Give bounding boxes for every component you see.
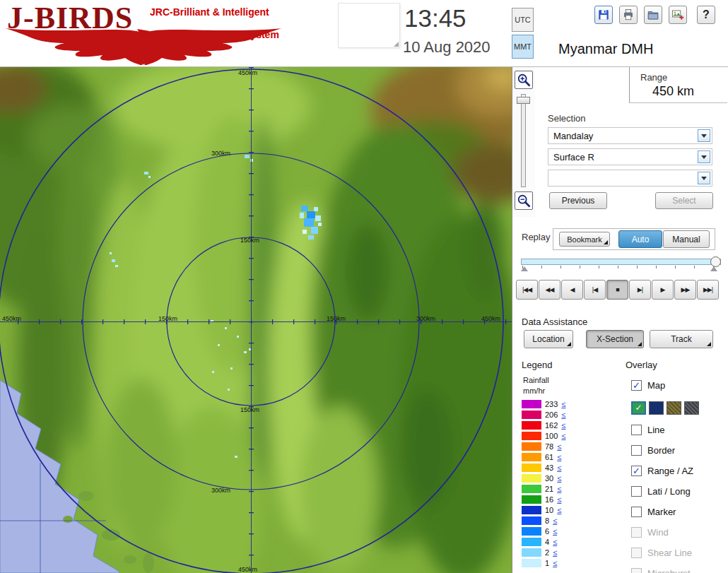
legend-color-swatch	[522, 474, 541, 483]
step-back-button[interactable]: |◀	[584, 280, 606, 300]
help-button[interactable]: ?	[697, 6, 715, 24]
export-image-button[interactable]	[669, 6, 687, 24]
manual-mode-button[interactable]: Manual	[663, 230, 710, 248]
legend-threshold-link[interactable]: ≤	[561, 432, 565, 440]
legend-value: 21	[545, 485, 553, 493]
legend-value: 78	[545, 442, 553, 451]
legend-threshold-link[interactable]: ≤	[553, 548, 557, 557]
legend-row: 2≤	[522, 547, 565, 557]
legend-heading: Legend	[522, 360, 552, 370]
location-button[interactable]: Location	[524, 330, 573, 348]
open-file-button[interactable]	[644, 6, 662, 24]
extra-dropdown[interactable]	[548, 170, 712, 187]
previous-button[interactable]: Previous	[549, 192, 607, 209]
legend-threshold-link[interactable]: ≤	[553, 527, 557, 536]
overlay-item-map: ✓ Map	[631, 375, 726, 396]
fast-rewind-button[interactable]: ◀◀	[539, 280, 560, 300]
timeline-track[interactable]	[521, 259, 721, 265]
legend-threshold-link[interactable]: ≤	[557, 485, 561, 493]
track-button-label: Track	[671, 334, 692, 344]
play-reverse-button[interactable]: ◀	[561, 280, 583, 300]
skip-to-start-button[interactable]: |◀◀	[516, 280, 538, 300]
legend-row: 162≤	[522, 420, 565, 430]
range-az-checkbox[interactable]: ✓	[631, 466, 642, 476]
map-color-swatch-navy[interactable]	[649, 401, 664, 415]
legend-row: 6≤	[522, 526, 565, 536]
overlay-item-label: Map	[647, 380, 665, 391]
marker-checkbox[interactable]	[631, 507, 642, 517]
save-button[interactable]	[594, 6, 613, 24]
print-button[interactable]	[619, 6, 638, 24]
legend-value: 162	[545, 421, 558, 430]
legend-threshold-link[interactable]: ≤	[561, 421, 565, 430]
legend-threshold-link[interactable]: ≤	[557, 495, 561, 504]
tagline-line1: JRC-Brilliant & Intelligent	[150, 6, 269, 18]
xsection-button-label: X-Section	[597, 334, 633, 344]
header-toolbar: ?	[594, 6, 715, 24]
bookmark-button[interactable]: Bookmark	[559, 232, 610, 247]
auto-mode-button[interactable]: Auto	[618, 230, 662, 248]
zoom-slider-track[interactable]	[521, 94, 526, 187]
line-checkbox[interactable]	[631, 425, 642, 435]
legend-threshold-link[interactable]: ≤	[553, 538, 557, 546]
xsection-button[interactable]: X-Section	[586, 330, 644, 348]
map-color-swatch-olive[interactable]	[667, 401, 681, 415]
border-checkbox[interactable]	[631, 445, 642, 456]
legend-color-swatch	[522, 527, 541, 536]
select-button[interactable]: Select	[655, 192, 713, 209]
mmt-toggle-button[interactable]: MMT	[512, 35, 534, 59]
legend-value: 10	[545, 506, 553, 514]
overlay-item-label: Border	[647, 445, 675, 456]
site-dropdown[interactable]: Mandalay	[548, 127, 712, 144]
utc-toggle-button[interactable]: UTC	[512, 8, 534, 32]
legend-color-swatch	[522, 442, 541, 451]
dropdown-arrow-button[interactable]	[698, 129, 710, 142]
legend-threshold-link[interactable]: ≤	[561, 410, 565, 419]
lati-long-checkbox[interactable]	[631, 486, 642, 497]
legend-threshold-link[interactable]: ≤	[557, 474, 561, 483]
radar-map-view[interactable]: 450km 300km 150km 150km 300km 450km 450k…	[0, 67, 512, 573]
legend-threshold-link[interactable]: ≤	[553, 559, 557, 567]
legend-unit-line2: mm/hr	[523, 386, 565, 396]
data-assistance-label: Data Assistance	[522, 317, 587, 327]
clock-time: 13:45	[404, 4, 466, 33]
replay-timeline-slider[interactable]	[521, 256, 721, 271]
track-button[interactable]: Track	[650, 330, 713, 348]
zoom-out-button[interactable]	[515, 191, 533, 210]
legend-threshold-link[interactable]: ≤	[561, 400, 565, 408]
overlay-item-label: Range / AZ	[647, 466, 693, 476]
legend-threshold-link[interactable]: ≤	[557, 442, 561, 451]
play-button[interactable]: ▶	[652, 280, 674, 300]
map-color-swatch-gray[interactable]	[684, 401, 699, 415]
fast-forward-button[interactable]: ▶▶	[674, 280, 696, 300]
legend-threshold-link[interactable]: ≤	[557, 506, 561, 514]
map-checkbox[interactable]: ✓	[631, 380, 642, 391]
step-forward-button[interactable]: ▶|	[629, 280, 651, 300]
legend-row: 233≤	[522, 398, 565, 409]
legend-row: 61≤	[522, 451, 565, 462]
selection-label: Selection	[548, 113, 585, 124]
zoom-slider-thumb[interactable]	[517, 97, 530, 104]
replay-label: Replay	[522, 232, 550, 242]
product-dropdown[interactable]: Surface R	[548, 148, 712, 165]
legend-row: 4≤	[522, 536, 565, 547]
legend-color-swatch	[522, 495, 541, 504]
stop-button[interactable]: ■	[606, 280, 628, 300]
legend-threshold-link[interactable]: ≤	[553, 516, 557, 525]
zoom-in-button[interactable]	[515, 71, 533, 89]
dropdown-arrow-button[interactable]	[698, 150, 710, 163]
shear-line-checkbox	[631, 548, 642, 558]
skip-to-end-button[interactable]: ▶▶|	[697, 280, 719, 300]
map-color-swatch-green[interactable]: ✓	[631, 401, 646, 415]
save-icon	[597, 8, 610, 21]
legend-threshold-link[interactable]: ≤	[557, 463, 561, 472]
legend-threshold-link[interactable]: ≤	[557, 453, 561, 461]
legend-color-swatch	[522, 548, 541, 557]
main: 450km 300km 150km 150km 300km 450km 450k…	[0, 67, 728, 573]
radar-map-canvas[interactable]	[0, 67, 512, 573]
image-display-box	[338, 3, 400, 48]
legend-row: 10≤	[522, 504, 565, 515]
overlay-item-wind: Wind	[631, 522, 726, 543]
timeline-thumb[interactable]	[710, 256, 721, 267]
dropdown-arrow-button[interactable]	[698, 172, 710, 184]
